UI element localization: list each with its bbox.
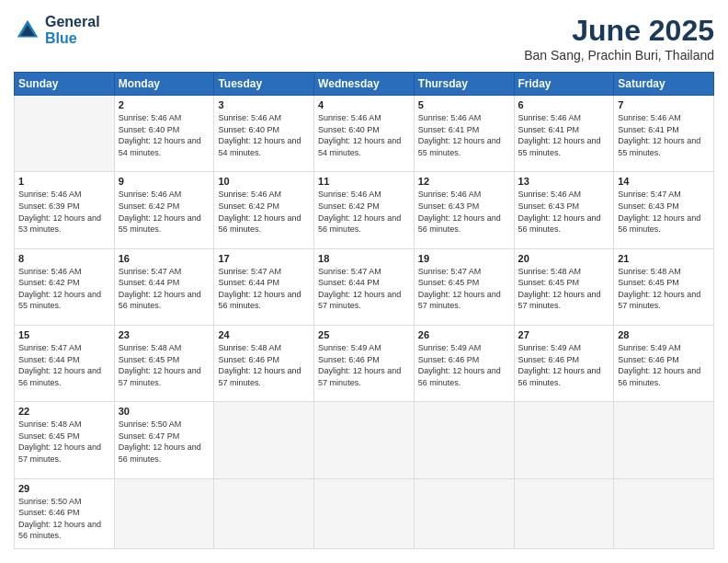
day-number: 3 xyxy=(218,99,310,110)
calendar-header-row: Sunday Monday Tuesday Wednesday Thursday… xyxy=(15,73,714,96)
table-row: 23Sunrise: 5:48 AM Sunset: 6:45 PM Dayli… xyxy=(114,325,214,401)
table-row: 12Sunrise: 5:46 AM Sunset: 6:43 PM Dayli… xyxy=(414,172,514,248)
day-number: 27 xyxy=(518,329,610,340)
day-number: 30 xyxy=(119,406,210,417)
table-row: 8Sunrise: 5:46 AM Sunset: 6:42 PM Daylig… xyxy=(15,248,115,325)
day-number: 29 xyxy=(18,483,110,494)
table-row xyxy=(114,478,214,548)
day-number: 11 xyxy=(318,176,410,187)
table-row xyxy=(214,402,314,478)
table-row: 30Sunrise: 5:50 AM Sunset: 6:47 PM Dayli… xyxy=(114,402,214,478)
day-number: 20 xyxy=(518,253,610,264)
day-info: Sunrise: 5:46 AM Sunset: 6:42 PM Dayligh… xyxy=(18,266,110,312)
day-info: Sunrise: 5:50 AM Sunset: 6:47 PM Dayligh… xyxy=(119,419,210,465)
day-number: 21 xyxy=(618,253,710,264)
day-number: 2 xyxy=(119,99,210,110)
table-row xyxy=(314,402,415,478)
logo-icon xyxy=(14,17,41,44)
table-row: 24Sunrise: 5:48 AM Sunset: 6:46 PM Dayli… xyxy=(214,325,314,401)
table-row: 15Sunrise: 5:47 AM Sunset: 6:44 PM Dayli… xyxy=(15,325,115,401)
day-number: 23 xyxy=(119,329,210,340)
table-row: 9Sunrise: 5:46 AM Sunset: 6:42 PM Daylig… xyxy=(114,172,214,248)
col-friday: Friday xyxy=(514,73,614,96)
month-title: June 2025 xyxy=(524,14,714,48)
day-number: 7 xyxy=(618,99,710,110)
day-info: Sunrise: 5:46 AM Sunset: 6:43 PM Dayligh… xyxy=(418,189,510,235)
day-number: 18 xyxy=(318,253,410,264)
col-tuesday: Tuesday xyxy=(214,73,314,96)
table-row: 26Sunrise: 5:49 AM Sunset: 6:46 PM Dayli… xyxy=(414,325,514,401)
table-row: 1Sunrise: 5:46 AM Sunset: 6:39 PM Daylig… xyxy=(15,172,115,248)
day-info: Sunrise: 5:47 AM Sunset: 6:43 PM Dayligh… xyxy=(618,189,710,235)
col-sunday: Sunday xyxy=(15,73,115,96)
day-info: Sunrise: 5:49 AM Sunset: 6:46 PM Dayligh… xyxy=(518,342,610,388)
day-info: Sunrise: 5:48 AM Sunset: 6:45 PM Dayligh… xyxy=(18,419,110,465)
day-info: Sunrise: 5:50 AM Sunset: 6:46 PM Dayligh… xyxy=(18,496,110,542)
table-row xyxy=(414,402,514,478)
table-row: 11Sunrise: 5:46 AM Sunset: 6:42 PM Dayli… xyxy=(314,172,415,248)
day-number: 13 xyxy=(518,176,610,187)
table-row: 22Sunrise: 5:48 AM Sunset: 6:45 PM Dayli… xyxy=(15,402,115,478)
table-row: 14Sunrise: 5:47 AM Sunset: 6:43 PM Dayli… xyxy=(614,172,714,248)
day-number: 8 xyxy=(18,253,110,264)
day-number: 24 xyxy=(218,329,310,340)
day-info: Sunrise: 5:47 AM Sunset: 6:44 PM Dayligh… xyxy=(218,266,310,312)
day-info: Sunrise: 5:47 AM Sunset: 6:45 PM Dayligh… xyxy=(418,266,510,312)
calendar-week-row: 22Sunrise: 5:48 AM Sunset: 6:45 PM Dayli… xyxy=(15,402,714,478)
day-info: Sunrise: 5:48 AM Sunset: 6:45 PM Dayligh… xyxy=(119,342,210,388)
location-title: Ban Sang, Prachin Buri, Thailand xyxy=(524,48,714,63)
day-number: 1 xyxy=(18,176,110,187)
day-number: 9 xyxy=(119,176,210,187)
calendar-week-row: 29Sunrise: 5:50 AM Sunset: 6:46 PM Dayli… xyxy=(15,478,714,548)
day-info: Sunrise: 5:47 AM Sunset: 6:44 PM Dayligh… xyxy=(318,266,410,312)
page: General Blue June 2025 Ban Sang, Prachin… xyxy=(0,0,728,563)
col-monday: Monday xyxy=(114,73,214,96)
day-number: 6 xyxy=(518,99,610,110)
day-number: 10 xyxy=(218,176,310,187)
logo-text: General Blue xyxy=(45,14,100,47)
day-number: 25 xyxy=(318,329,410,340)
table-row xyxy=(514,478,614,548)
calendar-week-row: 1Sunrise: 5:46 AM Sunset: 6:39 PM Daylig… xyxy=(15,172,714,248)
table-row: 19Sunrise: 5:47 AM Sunset: 6:45 PM Dayli… xyxy=(414,248,514,325)
table-row xyxy=(414,478,514,548)
day-info: Sunrise: 5:49 AM Sunset: 6:46 PM Dayligh… xyxy=(318,342,410,388)
col-wednesday: Wednesday xyxy=(314,73,415,96)
header: General Blue June 2025 Ban Sang, Prachin… xyxy=(14,14,714,63)
table-row xyxy=(15,96,115,172)
table-row: 21Sunrise: 5:48 AM Sunset: 6:45 PM Dayli… xyxy=(614,248,714,325)
table-row: 10Sunrise: 5:46 AM Sunset: 6:42 PM Dayli… xyxy=(214,172,314,248)
calendar-table: Sunday Monday Tuesday Wednesday Thursday… xyxy=(14,72,714,549)
day-info: Sunrise: 5:46 AM Sunset: 6:39 PM Dayligh… xyxy=(18,189,110,235)
day-info: Sunrise: 5:47 AM Sunset: 6:44 PM Dayligh… xyxy=(119,266,210,312)
day-info: Sunrise: 5:46 AM Sunset: 6:42 PM Dayligh… xyxy=(318,189,410,235)
day-number: 17 xyxy=(218,253,310,264)
day-info: Sunrise: 5:46 AM Sunset: 6:40 PM Dayligh… xyxy=(318,112,410,158)
table-row: 6Sunrise: 5:46 AM Sunset: 6:41 PM Daylig… xyxy=(514,96,614,172)
table-row xyxy=(514,402,614,478)
calendar-week-row: 2Sunrise: 5:46 AM Sunset: 6:40 PM Daylig… xyxy=(15,96,714,172)
day-number: 26 xyxy=(418,329,510,340)
day-info: Sunrise: 5:48 AM Sunset: 6:45 PM Dayligh… xyxy=(618,266,710,312)
table-row xyxy=(614,402,714,478)
table-row: 2Sunrise: 5:46 AM Sunset: 6:40 PM Daylig… xyxy=(114,96,214,172)
table-row: 28Sunrise: 5:49 AM Sunset: 6:46 PM Dayli… xyxy=(614,325,714,401)
day-info: Sunrise: 5:47 AM Sunset: 6:44 PM Dayligh… xyxy=(18,342,110,388)
day-number: 28 xyxy=(618,329,710,340)
table-row: 3Sunrise: 5:46 AM Sunset: 6:40 PM Daylig… xyxy=(214,96,314,172)
day-info: Sunrise: 5:49 AM Sunset: 6:46 PM Dayligh… xyxy=(418,342,510,388)
table-row xyxy=(214,478,314,548)
day-number: 5 xyxy=(418,99,510,110)
day-number: 16 xyxy=(119,253,210,264)
table-row: 4Sunrise: 5:46 AM Sunset: 6:40 PM Daylig… xyxy=(314,96,415,172)
table-row: 17Sunrise: 5:47 AM Sunset: 6:44 PM Dayli… xyxy=(214,248,314,325)
day-info: Sunrise: 5:46 AM Sunset: 6:42 PM Dayligh… xyxy=(119,189,210,235)
col-thursday: Thursday xyxy=(414,73,514,96)
table-row: 13Sunrise: 5:46 AM Sunset: 6:43 PM Dayli… xyxy=(514,172,614,248)
day-info: Sunrise: 5:46 AM Sunset: 6:40 PM Dayligh… xyxy=(119,112,210,158)
day-number: 15 xyxy=(18,329,110,340)
table-row: 25Sunrise: 5:49 AM Sunset: 6:46 PM Dayli… xyxy=(314,325,415,401)
col-saturday: Saturday xyxy=(614,73,714,96)
table-row xyxy=(614,478,714,548)
calendar-week-row: 15Sunrise: 5:47 AM Sunset: 6:44 PM Dayli… xyxy=(15,325,714,401)
